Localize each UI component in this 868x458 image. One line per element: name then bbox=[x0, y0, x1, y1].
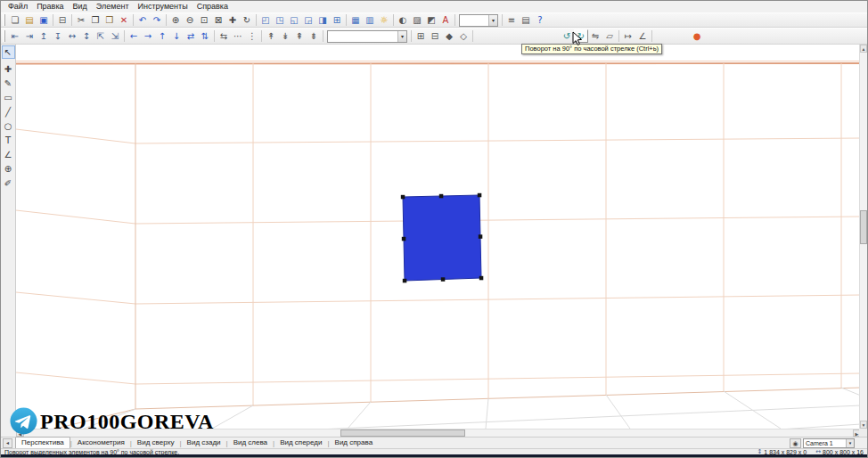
open-folder-icon[interactable]: ▤ bbox=[22, 13, 37, 27]
menu-view[interactable]: Вид bbox=[69, 1, 92, 12]
view-front-icon[interactable]: ◲ bbox=[301, 13, 315, 27]
center-vertical-icon[interactable]: ↕ bbox=[79, 29, 94, 43]
lock-icon[interactable]: ◇ bbox=[456, 29, 471, 43]
new-file-icon[interactable]: ❏ bbox=[8, 13, 22, 27]
zoom-window-icon[interactable]: ⊡ bbox=[197, 13, 211, 27]
view-tab-5[interactable]: Вид слева bbox=[228, 438, 273, 448]
circle-tool-icon[interactable]: ○ bbox=[2, 119, 15, 133]
mirror-vertical-icon[interactable]: ▱ bbox=[602, 29, 617, 43]
move-up-icon[interactable]: ↑ bbox=[155, 29, 169, 43]
selection-handle[interactable] bbox=[479, 276, 484, 281]
view-top-icon[interactable]: ◱ bbox=[287, 13, 301, 27]
record-icon[interactable]: ● bbox=[690, 29, 704, 43]
view-tab-7[interactable]: Вид справа bbox=[330, 438, 379, 448]
redo-icon[interactable]: ↷ bbox=[150, 13, 164, 27]
move-left-icon[interactable]: ← bbox=[127, 29, 141, 43]
line-tool-icon[interactable]: ╱ bbox=[2, 105, 15, 119]
move-right-icon[interactable]: → bbox=[141, 29, 155, 43]
copy-icon[interactable]: ❐ bbox=[88, 13, 102, 27]
view-tab-6[interactable]: Вид спереди bbox=[274, 438, 327, 448]
vertical-scrollbar[interactable]: ▲ ▼ bbox=[859, 45, 867, 429]
selection-handle[interactable] bbox=[402, 237, 406, 241]
send-back-icon[interactable]: ⇟ bbox=[307, 29, 321, 43]
selection-handle[interactable] bbox=[401, 195, 405, 200]
camera-icon[interactable]: ◉ bbox=[790, 438, 801, 448]
ungroup-icon[interactable]: ⊟ bbox=[428, 29, 442, 43]
camera-combo[interactable]: Camera 1 ▾ bbox=[803, 438, 855, 448]
zoom-in-icon[interactable]: ⊕ bbox=[168, 13, 183, 27]
viewport[interactable] bbox=[16, 45, 861, 429]
selection-combo[interactable]: ▾ bbox=[327, 30, 407, 43]
zoom-all-icon[interactable]: ⊠ bbox=[211, 13, 225, 27]
move-closer-icon[interactable]: ⇄ bbox=[184, 29, 198, 43]
menu-help[interactable]: Справка bbox=[192, 1, 233, 12]
textures-icon[interactable]: ▨ bbox=[410, 13, 424, 27]
to-floor-icon[interactable]: ⇲ bbox=[108, 29, 122, 43]
swap-icon[interactable]: ⇆ bbox=[217, 29, 231, 43]
show-grid-icon[interactable]: ▦ bbox=[348, 13, 363, 27]
align-bottom-icon[interactable]: ↧ bbox=[51, 29, 65, 43]
materials-icon[interactable]: ◩ bbox=[424, 13, 438, 27]
menu-tools[interactable]: Инструменты bbox=[134, 1, 192, 12]
align-right-icon[interactable]: ⇥ bbox=[22, 29, 37, 43]
bring-front-icon[interactable]: ⇞ bbox=[292, 29, 307, 43]
distribute-vertical-icon[interactable]: ⋮ bbox=[245, 29, 259, 43]
shadows-icon[interactable]: ◐ bbox=[396, 13, 410, 27]
split-view-icon[interactable]: ⊞ bbox=[330, 13, 344, 27]
horizontal-scroll-thumb[interactable] bbox=[340, 429, 465, 437]
rectangle-tool-icon[interactable]: ▭ bbox=[2, 91, 15, 104]
draw-panel-tool-icon[interactable]: ✎ bbox=[2, 77, 15, 90]
menu-file[interactable]: Файл bbox=[4, 1, 32, 12]
scale-combo-arrow[interactable]: ▾ bbox=[488, 15, 497, 26]
vertical-scroll-thumb[interactable] bbox=[860, 210, 867, 244]
scroll-down-arrow[interactable]: ▼ bbox=[860, 421, 867, 429]
zoom-out-icon[interactable]: ⊖ bbox=[183, 13, 197, 27]
pan-view-icon[interactable]: ✚ bbox=[225, 13, 240, 27]
select-tool-icon[interactable]: ↖ bbox=[2, 45, 15, 59]
view-axonometric-icon[interactable]: ◳ bbox=[273, 13, 287, 27]
help-icon[interactable]: ? bbox=[533, 13, 547, 27]
toolbar-grip[interactable] bbox=[3, 14, 5, 26]
camera-combo-arrow[interactable]: ▾ bbox=[846, 439, 854, 447]
paste-icon[interactable]: ❒ bbox=[102, 13, 117, 27]
move-deeper-icon[interactable]: ⇅ bbox=[198, 29, 212, 43]
text-tool-icon[interactable]: T bbox=[2, 134, 15, 147]
structure-icon[interactable]: ≡ bbox=[504, 13, 519, 27]
snap-icon[interactable]: ◆ bbox=[442, 29, 456, 43]
angle-icon[interactable]: ∠ bbox=[635, 29, 650, 43]
auto-color-icon[interactable]: A bbox=[438, 13, 453, 27]
selection-handle[interactable] bbox=[439, 194, 444, 199]
mirror-horizontal-icon[interactable]: ⇋ bbox=[588, 29, 602, 43]
menu-edit[interactable]: Правка bbox=[32, 1, 68, 12]
scale-combo[interactable]: ▾ bbox=[459, 14, 498, 27]
center-horizontal-icon[interactable]: ↔ bbox=[65, 29, 79, 43]
selection-handle[interactable] bbox=[478, 193, 482, 198]
eyedropper-tool-icon[interactable]: ✐ bbox=[2, 176, 15, 190]
align-left-icon[interactable]: ⇤ bbox=[8, 29, 22, 43]
tab-scroll-left-button[interactable]: ◄ bbox=[3, 438, 12, 448]
selected-panel[interactable] bbox=[403, 195, 481, 281]
view-tab-4[interactable]: Вид сзади bbox=[182, 438, 226, 448]
menu-element[interactable]: Элемент bbox=[92, 1, 134, 12]
selection-handle[interactable] bbox=[403, 279, 407, 283]
selection-handle[interactable] bbox=[479, 234, 483, 239]
orbit-view-icon[interactable]: ↻ bbox=[240, 13, 254, 27]
view-tab-2[interactable]: Аксонометрия bbox=[72, 438, 130, 448]
show-list-icon[interactable]: ▥ bbox=[363, 13, 377, 27]
selection-combo-arrow[interactable]: ▾ bbox=[397, 31, 406, 42]
raise-icon[interactable]: ↟ bbox=[264, 29, 278, 43]
report-icon[interactable]: ▤ bbox=[519, 13, 533, 27]
measure-tool-icon[interactable]: ∠ bbox=[2, 148, 15, 161]
to-corner-icon[interactable]: ⇱ bbox=[94, 29, 108, 43]
toolbar-grip[interactable] bbox=[3, 30, 5, 42]
view-perspective-icon[interactable]: ◰ bbox=[258, 13, 273, 27]
zoom-tool-icon[interactable]: ⊕ bbox=[2, 162, 15, 176]
cut-icon[interactable]: ✂ bbox=[74, 13, 88, 27]
view-tab-1[interactable]: Перспектива bbox=[15, 437, 70, 449]
align-top-icon[interactable]: ↥ bbox=[37, 29, 51, 43]
lower-icon[interactable]: ↡ bbox=[278, 29, 292, 43]
move-down-icon[interactable]: ↓ bbox=[169, 29, 184, 43]
scroll-up-arrow[interactable]: ▲ bbox=[860, 45, 867, 53]
view-side-icon[interactable]: ◨ bbox=[315, 13, 330, 27]
light-icon[interactable]: ☼ bbox=[377, 13, 391, 27]
